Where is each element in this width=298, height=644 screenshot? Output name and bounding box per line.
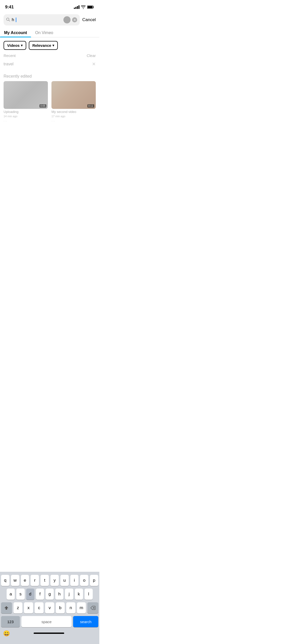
- video-meta-2: 17 min ago: [51, 115, 96, 118]
- video-actions-2[interactable]: ...: [51, 119, 96, 122]
- search-bar-row: h ✕ Cancel: [0, 13, 99, 28]
- tab-my-account[interactable]: My Account: [0, 28, 31, 37]
- recent-item: travel ✕: [0, 59, 99, 69]
- wifi-icon: [81, 5, 86, 9]
- cursor: [16, 18, 16, 22]
- battery-icon: [87, 5, 94, 9]
- chevron-down-icon: ▾: [21, 43, 23, 47]
- recent-label: Recent: [4, 53, 16, 58]
- video-card-second[interactable]: 0:11 My second video 17 min ago ...: [51, 81, 96, 122]
- recent-section-header: Recent Clear: [0, 52, 99, 59]
- svg-rect-1: [88, 6, 93, 8]
- search-input-value: h: [12, 17, 14, 22]
- video-title-1: Uploading: [4, 110, 48, 114]
- search-input-container[interactable]: h ✕: [4, 14, 80, 25]
- remove-recent-item-button[interactable]: ✕: [92, 61, 96, 67]
- video-meta-1: 14 min ago: [4, 115, 48, 118]
- signal-bars-icon: [74, 5, 79, 9]
- tab-on-vimeo[interactable]: On Vimeo: [31, 28, 57, 37]
- tabs-row: My Account On Vimeo: [0, 28, 99, 37]
- voice-search-button[interactable]: [63, 16, 71, 23]
- recent-item-text: travel: [4, 62, 13, 66]
- video-thumbnail-1: 0:05: [4, 81, 48, 109]
- svg-line-3: [9, 20, 10, 21]
- status-time: 9:41: [5, 5, 14, 10]
- chevron-down-icon: ▾: [52, 43, 54, 47]
- status-icons: [74, 5, 94, 9]
- video-actions-1[interactable]: ...: [4, 119, 48, 122]
- status-bar: 9:41: [0, 0, 99, 13]
- video-duration-2: 0:11: [87, 104, 94, 108]
- clear-search-button[interactable]: ✕: [72, 17, 77, 22]
- cancel-button[interactable]: Cancel: [82, 17, 96, 23]
- video-title-2: My second video: [51, 110, 96, 114]
- video-duration-1: 0:05: [39, 104, 46, 108]
- relevance-filter-button[interactable]: Relevance ▾: [29, 41, 58, 50]
- video-grid: 0:05 Uploading 14 min ago ... 0:11 My se…: [0, 81, 99, 125]
- video-card-uploading[interactable]: 0:05 Uploading 14 min ago ...: [4, 81, 48, 122]
- recently-edited-label: Recently edited: [0, 69, 99, 81]
- search-icon: [6, 18, 10, 22]
- videos-filter-button[interactable]: Videos ▾: [4, 41, 26, 50]
- video-thumbnail-2: 0:11: [51, 81, 96, 109]
- clear-recent-button[interactable]: Clear: [87, 53, 96, 58]
- filters-row: Videos ▾ Relevance ▾: [0, 37, 99, 52]
